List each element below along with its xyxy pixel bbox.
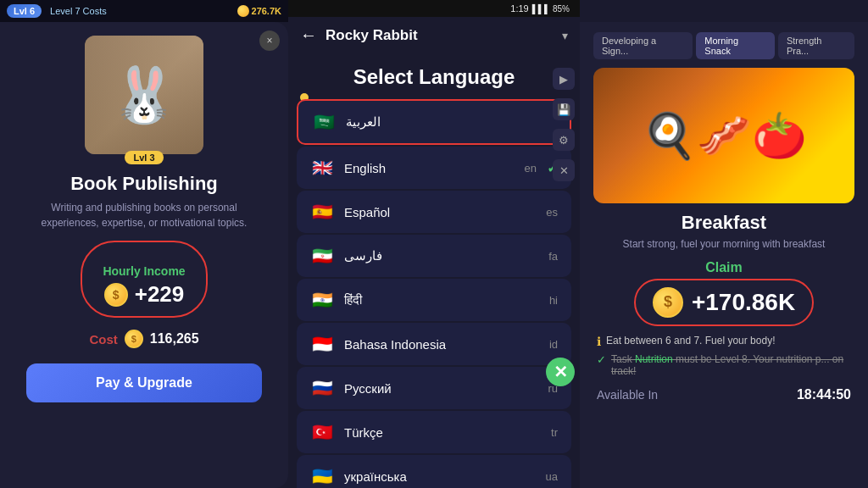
info-icon: ℹ <box>597 335 601 348</box>
available-time: 18:44:50 <box>797 387 851 402</box>
income-row: $ +229 <box>104 281 185 308</box>
food-emoji: 🍳🥓🍅 <box>642 110 807 162</box>
settings-icon[interactable]: ⚙ <box>553 129 575 151</box>
flag-emoji: 🇹🇷 <box>310 422 334 442</box>
top-tabs: Developing a Sign...Morning SnackStrengt… <box>593 32 854 59</box>
claim-coin-icon: $ <box>653 287 683 318</box>
lang-code: ua <box>546 470 558 483</box>
lang-name: Русский <box>344 381 537 396</box>
flag-emoji: 🇮🇳 <box>310 290 334 310</box>
food-description: Start strong, fuel your morning with bre… <box>593 237 854 252</box>
language-item-es[interactable]: 🇪🇸 Español es <box>297 191 571 233</box>
lang-name: українська <box>344 469 536 484</box>
claim-label: Claim <box>593 260 854 275</box>
side-icons: ▶ 💾 ⚙ ✕ <box>553 68 575 181</box>
flag-emoji: 🇷🇺 <box>310 378 334 398</box>
income-value: +229 <box>135 281 185 308</box>
cost-coin-icon: $ <box>125 330 143 348</box>
level-costs-label: Level 7 Costs <box>50 6 107 16</box>
lang-name: हिंदी <box>344 292 539 308</box>
right-panel: Developing a Sign...Morning SnackStrengt… <box>580 22 868 488</box>
chevron-down-icon[interactable]: ▾ <box>562 29 568 42</box>
cost-value: 116,265 <box>150 331 199 347</box>
lang-name: Türkçe <box>344 425 541 440</box>
flag-emoji: 🇸🇦 <box>312 112 336 132</box>
lang-code: es <box>546 206 558 219</box>
check-icon: ✓ <box>597 353 606 366</box>
signal-icon: ▌▌▌ <box>532 4 550 14</box>
left-panel: × 🐰 Lvl 3 Book Publishing Writing and pu… <box>0 22 288 488</box>
available-label: Available In <box>597 388 658 402</box>
coin-icon-income: $ <box>104 283 128 307</box>
level-badge: Lvl 6 <box>7 4 42 18</box>
available-row: Available In 18:44:50 <box>593 387 854 402</box>
claim-amount-wrapper: $ +170.86K <box>593 279 854 326</box>
language-item-ru[interactable]: 🇷🇺 Русский ru <box>297 367 571 409</box>
task-row: ✓ Task Nutrition must be Level 8. Your n… <box>593 353 854 377</box>
lang-code: tr <box>551 426 558 439</box>
item-description: Writing and publishing books on personal… <box>14 200 275 230</box>
language-item-fa[interactable]: 🇮🇷 فارسی fa <box>297 235 571 277</box>
info-row: ℹ Eat between 6 and 7. Fuel your body! <box>593 335 854 348</box>
food-title: Breakfast <box>593 212 854 234</box>
save-icon[interactable]: 💾 <box>553 98 575 120</box>
lang-name: العربية <box>346 114 546 130</box>
lang-code: en <box>525 162 537 175</box>
status-bar: 1:19 ▌▌▌ 85% <box>288 0 580 17</box>
tab-0[interactable]: Developing a Sign... <box>593 32 693 59</box>
info-text: Eat between 6 and 7. Fuel your body! <box>606 335 775 347</box>
language-list: 🇸🇦 العربية 🇬🇧 English en ✓ 🇪🇸 Español es… <box>288 97 580 488</box>
flag-emoji: 🇮🇩 <box>310 334 334 354</box>
select-language-title: Select Language <box>288 53 580 97</box>
character-emoji: 🐰 <box>110 64 178 127</box>
status-icons: ▌▌▌ 85% <box>532 4 570 14</box>
nutrition-link: Nutrition <box>635 353 673 365</box>
claim-circle: $ +170.86K <box>634 279 814 326</box>
upgrade-button[interactable]: Pay & Upgrade <box>26 363 261 402</box>
flag-emoji: 🇪🇸 <box>310 202 334 222</box>
app-title: Rocky Rabbit <box>326 27 554 44</box>
add-icon[interactable]: ✕ <box>546 358 575 386</box>
lang-code: fa <box>548 250 558 263</box>
language-item-ar[interactable]: 🇸🇦 العربية <box>297 99 571 145</box>
hourly-income-container: Hourly Income $ +229 <box>81 241 207 318</box>
language-item-en[interactable]: 🇬🇧 English en ✓ <box>297 147 571 189</box>
app-header: ← Rocky Rabbit ▾ <box>288 17 580 53</box>
status-time: 1:19 <box>510 3 528 14</box>
language-item-tr[interactable]: 🇹🇷 Türkçe tr <box>297 411 571 453</box>
language-item-hi[interactable]: 🇮🇳 हिंदी hi <box>297 279 571 321</box>
lang-code: id <box>549 338 558 351</box>
item-title: Book Publishing <box>70 173 218 195</box>
cost-row: Cost $ 116,265 <box>89 330 198 348</box>
hourly-income-label: Hourly Income <box>103 264 185 278</box>
claim-amount-value: +170.86K <box>692 289 795 316</box>
language-item-id[interactable]: 🇮🇩 Bahasa Indonesia id <box>297 323 571 365</box>
middle-panel: 1:19 ▌▌▌ 85% ← Rocky Rabbit ▾ Select Lan… <box>288 0 580 488</box>
flag-emoji: 🇮🇷 <box>310 246 334 266</box>
play-icon[interactable]: ▶ <box>553 68 575 90</box>
tab-1[interactable]: Morning Snack <box>696 32 775 59</box>
close-side-icon[interactable]: ✕ <box>553 159 575 181</box>
lang-name: English <box>344 161 515 175</box>
coin-amount-top: 276.7K <box>252 6 281 16</box>
task-text: Task Nutrition must be Level 8. Your nut… <box>611 353 851 377</box>
character-image: 🐰 <box>85 36 203 154</box>
lang-name: Bahasa Indonesia <box>344 337 539 352</box>
close-button[interactable]: × <box>259 30 280 51</box>
level-badge-item: Lvl 3 <box>125 151 163 164</box>
back-button[interactable]: ← <box>300 25 317 45</box>
flag-emoji: 🇺🇦 <box>310 466 334 486</box>
lang-code: hi <box>549 294 558 307</box>
lang-name: فارسی <box>344 248 538 263</box>
coin-icon-top <box>237 5 249 17</box>
food-image: 🍳🥓🍅 <box>593 68 854 203</box>
top-coins: 276.7K <box>237 5 281 17</box>
battery-icon: 85% <box>553 4 570 14</box>
cost-label: Cost <box>89 332 117 347</box>
language-item-ua[interactable]: 🇺🇦 українська ua <box>297 455 571 488</box>
tab-2[interactable]: Strength Pra... <box>778 32 854 59</box>
lang-name: Español <box>344 205 536 219</box>
flag-emoji: 🇬🇧 <box>310 158 334 178</box>
